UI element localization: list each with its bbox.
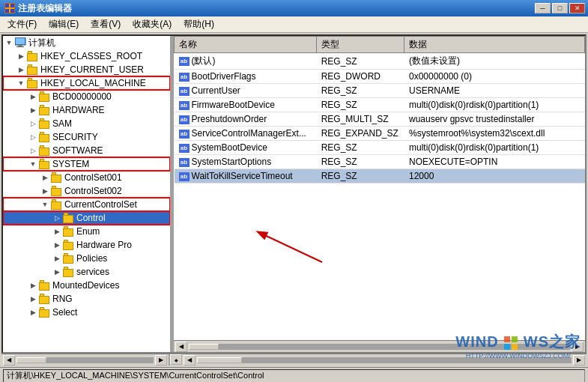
- tree-node-policies: ▶ Policies: [3, 252, 170, 265]
- reg-name-cell: abCurrentUser: [175, 84, 317, 98]
- col-header-type[interactable]: 类型: [317, 37, 404, 53]
- table-row[interactable]: abCurrentUserREG_SZUSERNAME: [175, 84, 585, 98]
- expander-rng[interactable]: ▶: [27, 293, 39, 305]
- table-row[interactable]: abPreshutdownOrderREG_MULTI_SZwuauserv g…: [175, 112, 585, 127]
- tree-row-security[interactable]: ▷ SECURITY: [3, 130, 170, 144]
- reg-data-cell: %systemroot%\system32\scext.dll: [404, 127, 585, 141]
- table-row[interactable]: abWaitToKillServiceTimeoutREG_SZ12000: [175, 169, 585, 184]
- tree-node-bcd: ▶ BCD00000000: [3, 90, 170, 103]
- expander-cs001[interactable]: ▶: [39, 172, 51, 184]
- table-row[interactable]: abSystemBootDeviceREG_SZmulti(0)disk(0)r…: [175, 141, 585, 155]
- reg-type-icon: ab: [179, 101, 190, 110]
- tree-label-cs002: ControlSet002: [64, 186, 122, 196]
- reg-name-text: PreshutdownOrder: [192, 114, 267, 124]
- expander-ccs[interactable]: ▼: [39, 198, 51, 210]
- menu-edit[interactable]: 编辑(E): [43, 16, 85, 32]
- expander-mounteddevices[interactable]: ▶: [27, 279, 39, 291]
- tree-row-policies[interactable]: ▶ Policies: [3, 252, 170, 265]
- tree-row-computer[interactable]: ▼ 计算机: [3, 36, 170, 49]
- expander-services[interactable]: ▶: [51, 266, 63, 278]
- tree-row-hardware[interactable]: ▶ HARDWARE: [3, 103, 170, 117]
- expander-software[interactable]: ▷: [27, 145, 39, 157]
- expander-hardwarepro[interactable]: ▶: [51, 239, 63, 251]
- pane-resize-btn[interactable]: ◆: [170, 354, 182, 365]
- menu-help[interactable]: 帮助(H): [178, 16, 220, 32]
- tree-row-hklm[interactable]: ▼ HKEY_LOCAL_MACHINE: [3, 76, 170, 90]
- registry-tree: ▼ 计算机: [3, 36, 172, 352]
- right-pane-scrollbar[interactable]: ◀ ▶: [174, 340, 585, 352]
- reg-type-cell: REG_SZ: [317, 84, 404, 98]
- tree-node-system: ▼ SYSTEM ▶: [3, 157, 170, 279]
- scroll-right-btn[interactable]: ▶: [572, 342, 584, 352]
- tree-row-bcd[interactable]: ▶ BCD00000000: [3, 90, 170, 103]
- table-row[interactable]: abBootDriverFlagsREG_DWORD0x00000000 (0): [175, 70, 585, 84]
- status-text: 计算机\HKEY_LOCAL_MACHINE\SYSTEM\CurrentCon…: [3, 369, 585, 383]
- expander-control[interactable]: ▷: [51, 212, 63, 224]
- col-header-name[interactable]: 名称: [175, 37, 317, 53]
- tree-row-sam[interactable]: ▷ SAM: [3, 117, 170, 130]
- expander-cs002[interactable]: ▶: [39, 185, 51, 197]
- right-scroll-left2[interactable]: ◀: [184, 355, 196, 366]
- expander-computer[interactable]: ▼: [3, 37, 15, 49]
- expander-policies[interactable]: ▶: [51, 252, 63, 264]
- expander-hardware[interactable]: ▶: [27, 104, 39, 116]
- expander-bcd[interactable]: ▶: [27, 91, 39, 103]
- expander-enum[interactable]: ▶: [51, 225, 63, 237]
- scroll-thumb[interactable]: [189, 344, 219, 350]
- close-button[interactable]: ✕: [569, 3, 585, 13]
- menu-file[interactable]: 文件(F): [1, 16, 43, 32]
- col-header-data[interactable]: 数据: [404, 37, 585, 53]
- tree-row-software[interactable]: ▷ SOFTWARE: [3, 144, 170, 157]
- tree-row-rng[interactable]: ▶ RNG: [3, 292, 170, 306]
- table-row[interactable]: ab(默认)REG_SZ(数值未设置): [175, 53, 585, 70]
- tree-row-services[interactable]: ▶ services: [3, 265, 170, 279]
- tree-label-hardwarepro: Hardware Pro: [76, 240, 132, 250]
- tree-row-mounteddevices[interactable]: ▶ MountedDevices: [3, 279, 170, 292]
- tree-scroll-right[interactable]: ▶: [155, 355, 167, 366]
- reg-type-icon: ab: [179, 57, 190, 66]
- tree-scroll-left[interactable]: ◀: [3, 355, 15, 366]
- tree-row-select[interactable]: ▶ Select: [3, 306, 170, 319]
- tree-row-hkcu[interactable]: ▶ HKEY_CURRENT_USER: [3, 63, 170, 76]
- tree-node-rng: ▶ RNG: [3, 292, 170, 306]
- right-scroll-right2[interactable]: ▶: [573, 355, 585, 366]
- menu-view[interactable]: 查看(V): [85, 16, 127, 32]
- maximize-button[interactable]: □: [552, 3, 568, 13]
- expander-hkcu[interactable]: ▶: [15, 64, 27, 76]
- expander-system[interactable]: ▼: [27, 158, 39, 170]
- right-scroll-thumb2[interactable]: [197, 357, 242, 363]
- expander-hklm[interactable]: ▼: [15, 77, 27, 89]
- tree-row-hardwarepro[interactable]: ▶ Hardware Pro: [3, 238, 170, 252]
- reg-data-cell: (数值未设置): [404, 53, 585, 70]
- window-controls: ─ □ ✕: [535, 3, 585, 13]
- tree-label-control: Control: [76, 213, 106, 223]
- tree-scroll-thumb[interactable]: [16, 357, 46, 363]
- tree-row-system[interactable]: ▼ SYSTEM: [3, 157, 170, 171]
- reg-name-text: SystemStartOptions: [192, 157, 272, 167]
- menu-favorites[interactable]: 收藏夹(A): [127, 16, 178, 32]
- tree-node-hklm: ▼ HKEY_LOCAL_MACHINE ▶: [3, 76, 170, 319]
- expander-sam[interactable]: ▷: [27, 118, 39, 130]
- expander-hkcr[interactable]: ▶: [15, 50, 27, 62]
- tree-label-mounteddevices: MountedDevices: [52, 280, 119, 291]
- table-row[interactable]: abSystemStartOptionsREG_SZ NOEXECUTE=OPT…: [175, 155, 585, 169]
- table-row[interactable]: abFirmwareBootDeviceREG_SZmulti(0)disk(0…: [175, 98, 585, 112]
- folder-icon-hklm: [27, 78, 39, 88]
- expander-select[interactable]: ▶: [27, 306, 39, 318]
- minimize-button[interactable]: ─: [535, 3, 551, 13]
- tree-row-ccs[interactable]: ▼ CurrentControlSet: [3, 198, 170, 211]
- reg-data-cell: multi(0)disk(0)rdisk(0)partition(1): [404, 98, 585, 112]
- tree-row-cs001[interactable]: ▶ ControlSet001: [3, 171, 170, 184]
- scroll-left-btn[interactable]: ◀: [175, 342, 187, 352]
- tree-row-hkcr[interactable]: ▶ HKEY_CLASSES_ROOT: [3, 49, 170, 63]
- registry-table: 名称 类型 数据 ab(默认)REG_SZ(数值未设置)abBootDriver…: [174, 36, 585, 340]
- table-row[interactable]: abServiceControlManagerExt...REG_EXPAND_…: [175, 127, 585, 141]
- window-title: 注册表编辑器: [18, 2, 72, 15]
- reg-type-icon: ab: [179, 87, 190, 96]
- tree-row-enum[interactable]: ▶ Enum: [3, 225, 170, 238]
- reg-name-cell: abWaitToKillServiceTimeout: [175, 169, 317, 184]
- tree-row-control[interactable]: ▷ Control: [3, 211, 170, 225]
- expander-security[interactable]: ▷: [27, 131, 39, 143]
- reg-data-cell: NOEXECUTE=OPTIN: [404, 155, 585, 169]
- tree-row-cs002[interactable]: ▶ ControlSet002: [3, 184, 170, 198]
